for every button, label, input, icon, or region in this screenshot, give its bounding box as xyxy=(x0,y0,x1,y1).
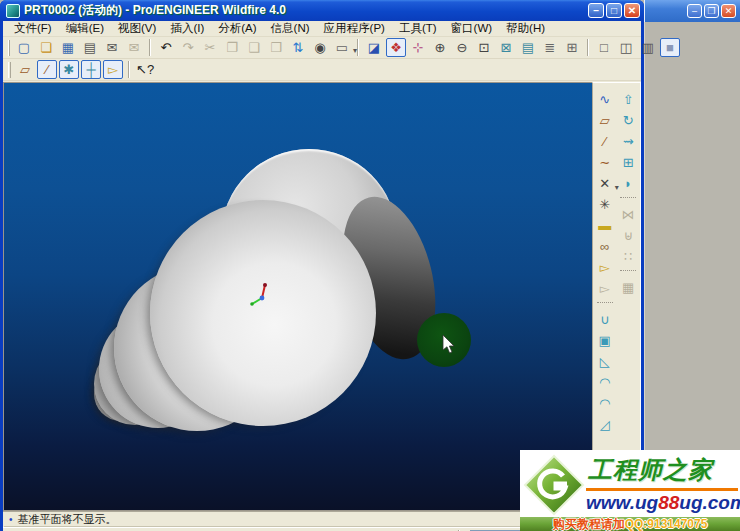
sketch-grid-tool-icon[interactable]: ▦ xyxy=(618,278,638,297)
redo-icon[interactable]: ↷ xyxy=(178,38,198,57)
menu-help[interactable]: 帮助(H) xyxy=(499,20,552,37)
new-file-icon[interactable]: ▢ xyxy=(14,38,34,57)
regenerate-icon[interactable]: ⇅ xyxy=(288,38,308,57)
view-manager-icon[interactable]: ⊞ xyxy=(562,38,582,57)
text-part: www. xyxy=(586,492,635,513)
link-tool-icon[interactable]: ∞ xyxy=(595,237,615,256)
coordinate-system-triad xyxy=(249,281,275,307)
datum-point-tool-icon[interactable]: ✕▾ xyxy=(595,174,615,193)
mouse-cursor-icon xyxy=(442,335,456,355)
shell-body-3d-model[interactable] xyxy=(150,200,376,426)
sweep-tool-icon[interactable]: ⇝ xyxy=(618,132,638,151)
extrude-tool-icon[interactable]: ⇧ xyxy=(618,90,638,109)
menu-window[interactable]: 窗口(W) xyxy=(444,20,500,37)
open-file-icon[interactable]: ❏ xyxy=(36,38,56,57)
menu-analysis[interactable]: 分析(A) xyxy=(211,20,263,37)
message-bullet-icon: • xyxy=(9,514,13,525)
menu-insert[interactable]: 插入(I) xyxy=(163,20,211,37)
bg-restore-button[interactable]: ❐ xyxy=(704,4,719,18)
revolve-tool-icon[interactable]: ↻ xyxy=(618,111,638,130)
hole-tool-icon[interactable]: ∪ xyxy=(595,310,615,329)
rib-tool-icon[interactable]: ◠ xyxy=(595,373,615,392)
dropdown-arrow-icon[interactable]: ▾ xyxy=(353,42,357,60)
context-help-icon[interactable]: ↖? xyxy=(135,60,155,79)
email-icon[interactable]: ✉ xyxy=(102,38,122,57)
saved-views-icon[interactable]: ▤ xyxy=(518,38,538,57)
separator xyxy=(620,270,636,274)
round-tool-icon[interactable]: ◠ xyxy=(595,394,615,413)
separator xyxy=(620,197,636,201)
datum-curve-tool-icon[interactable]: ∼ xyxy=(595,153,615,172)
text-part: 88 xyxy=(658,492,679,513)
site-title: 工程师之家 xyxy=(588,454,738,486)
separator xyxy=(149,39,151,56)
cut-icon[interactable]: ✂ xyxy=(200,38,220,57)
paste-icon[interactable]: ❑ xyxy=(244,38,264,57)
annotations-toggle-icon[interactable]: ▻ xyxy=(103,60,123,79)
find-icon[interactable]: ◉ xyxy=(310,38,330,57)
orient-mode-icon[interactable]: ⊹ xyxy=(408,38,428,57)
datum-planes-toggle-icon[interactable]: ▱ xyxy=(15,60,35,79)
copy-icon[interactable]: ❐ xyxy=(222,38,242,57)
pattern-tool-icon[interactable]: ∷ xyxy=(618,247,638,266)
zoom-in-icon[interactable]: ⊕ xyxy=(430,38,450,57)
menu-file[interactable]: 文件(F) xyxy=(7,20,59,37)
menu-info[interactable]: 信息(N) xyxy=(264,20,317,37)
redraw-icon[interactable]: ◪ xyxy=(364,38,384,57)
toolbar-grip[interactable] xyxy=(8,62,11,78)
chamfer-tool-icon[interactable]: ◿ xyxy=(595,415,615,434)
toolbar-grip[interactable] xyxy=(8,40,10,56)
work-area: ∿▱∕∼✕▾✳▬∞▻▻∪▣◺◠◠◿ ⇧↻⇝⊞◗⋈⊎∷▦ xyxy=(3,82,641,511)
save-icon[interactable]: ▦ xyxy=(58,38,78,57)
bg-minimize-button[interactable]: – xyxy=(687,4,702,18)
maximize-button[interactable]: □ xyxy=(606,3,622,18)
annotation-tool-icon[interactable]: ▻ xyxy=(595,258,615,277)
bg-close-button[interactable]: ✕ xyxy=(721,4,736,18)
menu-view[interactable]: 视图(V) xyxy=(111,20,163,37)
measure-tool-icon[interactable]: ▬ xyxy=(595,216,615,235)
titlebar[interactable]: PRT0002 (活动的) - Pro/ENGINEER Wildfire 4.… xyxy=(0,0,644,21)
menu-edit[interactable]: 编辑(E) xyxy=(59,20,111,37)
sketch-point-tool-icon[interactable]: ✳ xyxy=(595,195,615,214)
minimize-button[interactable]: – xyxy=(588,3,604,18)
undo-icon[interactable]: ↶ xyxy=(156,38,176,57)
style-tool-icon[interactable]: ∿ xyxy=(595,90,615,109)
selection-filter-icon[interactable]: ▭▾ xyxy=(332,38,352,57)
refit-icon[interactable]: ⊡ xyxy=(474,38,494,57)
email-link-icon[interactable]: ✉ xyxy=(124,38,144,57)
wireframe-icon[interactable]: □ xyxy=(594,38,614,57)
separator xyxy=(128,61,130,78)
menu-tools[interactable]: 工具(T) xyxy=(392,20,444,37)
datum-display-toolbar: ▱∕✱┼▻↖? xyxy=(3,59,641,81)
mirror-tool-icon[interactable]: ⋈ xyxy=(618,205,638,224)
no-hidden-icon[interactable]: ▥ xyxy=(638,38,658,57)
draft-tool-icon[interactable]: ◺ xyxy=(595,352,615,371)
datum-axis-tool-icon[interactable]: ∕ xyxy=(595,132,615,151)
3d-viewport[interactable] xyxy=(3,82,592,511)
merge-tool-icon[interactable]: ⊎ xyxy=(618,226,638,245)
hidden-line-icon[interactable]: ◫ xyxy=(616,38,636,57)
window-title: PRT0002 (活动的) - Pro/ENGINEER Wildfire 4.… xyxy=(24,2,588,19)
paste-special-icon[interactable]: ❒ xyxy=(266,38,286,57)
csys-toggle-icon[interactable]: ┼ xyxy=(81,60,101,79)
site-url: www.ug88ug.com xyxy=(586,492,740,514)
close-button[interactable]: ✕ xyxy=(624,3,640,18)
datum-plane-tool-icon[interactable]: ▱ xyxy=(595,111,615,130)
text-part: ug xyxy=(635,492,658,513)
spin-center-icon[interactable]: ❖ xyxy=(386,38,406,57)
reorient-icon[interactable]: ⊠ xyxy=(496,38,516,57)
datum-points-toggle-icon[interactable]: ✱ xyxy=(59,60,79,79)
print-icon[interactable]: ▤ xyxy=(80,38,100,57)
datum-axes-toggle-icon[interactable]: ∕ xyxy=(37,60,57,79)
boundary-blend-tool-icon[interactable]: ⊞ xyxy=(618,153,638,172)
text-part: ug.com xyxy=(679,492,740,513)
freeform-surface-tool-icon[interactable]: ◗ xyxy=(618,174,638,193)
zoom-out-icon[interactable]: ⊖ xyxy=(452,38,472,57)
layers-icon[interactable]: ≣ xyxy=(540,38,560,57)
menu-applications[interactable]: 应用程序(P) xyxy=(317,20,392,37)
shaded-icon[interactable]: ■ xyxy=(660,38,680,57)
menu-bar: 文件(F)编辑(E)视图(V)插入(I)分析(A)信息(N)应用程序(P)工具(… xyxy=(3,21,641,37)
annotation-feature-tool-icon[interactable]: ▻ xyxy=(595,279,615,298)
shell-tool-icon[interactable]: ▣ xyxy=(595,331,615,350)
separator xyxy=(597,302,613,306)
